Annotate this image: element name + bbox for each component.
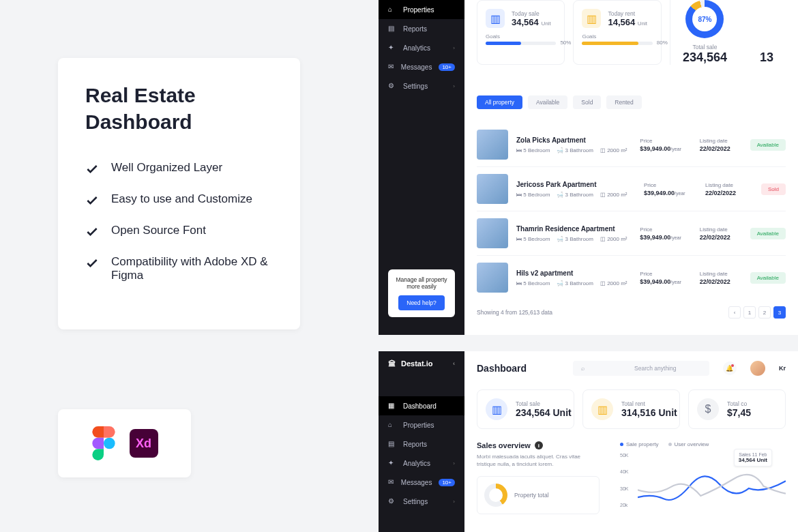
stat-value: 34,564 Unit — [512, 17, 551, 27]
dollar-icon: $ — [697, 398, 719, 420]
page-3[interactable]: 3 — [773, 306, 786, 319]
goals-label: Goals — [582, 33, 652, 40]
nav-messages[interactable]: ✉Messages10+ — [379, 57, 464, 76]
price-col: Price$39,949.00/year — [640, 138, 691, 152]
promo-card: Real Estate Dashboard Well Organized Lay… — [58, 58, 300, 329]
section-desc: Morbi malesuada iaculis aliquet. Cras vi… — [477, 453, 600, 468]
property-row[interactable]: Jericoss Park Apartment 🛏 5 Bedroom 🛁 3 … — [477, 166, 786, 211]
stat-label: Today rent — [608, 10, 647, 17]
check-icon — [85, 162, 99, 176]
property-features: 🛏 5 Bedroom 🛁 3 Bathroom ◫ 2000 m² — [516, 192, 636, 198]
area-icon: ◫ 2000 m² — [600, 192, 627, 198]
price-col: Price$39,949.00/year — [640, 271, 691, 285]
stat-cards: ▥ Total sale234,564 Unit ▥ Total rent314… — [477, 389, 786, 429]
property-row[interactable]: Zola Picks Apartment 🛏 5 Bedroom 🛁 3 Bat… — [477, 123, 786, 166]
donut-chart: 87% — [685, 0, 724, 38]
nav-analytics[interactable]: ✦Analytics› — [379, 454, 464, 473]
today-sale-card: ▥ Today sale 34,564 Unit Goals 50% — [477, 0, 565, 65]
date-col: Listing date22/02/2022 — [700, 271, 742, 285]
nav-settings[interactable]: ⚙Settings› — [379, 76, 464, 95]
gear-icon: ⚙ — [388, 82, 396, 90]
progress-bar: 80% — [582, 42, 652, 45]
stat-label: Today sale — [512, 10, 551, 17]
sidebar: ⌂Properties ▤Reports ✦Analytics› ✉Messag… — [379, 0, 464, 335]
stat-value: 234,564 — [683, 50, 727, 65]
nav-settings[interactable]: ⚙Settings› — [379, 492, 464, 511]
nav-properties[interactable]: ⌂Properties — [379, 415, 464, 434]
dashboard-preview-top: ⌂Properties ▤Reports ✦Analytics› ✉Messag… — [379, 0, 798, 335]
nav-reports[interactable]: ▤Reports — [379, 19, 464, 38]
bed-icon: 🛏 5 Bedroom — [516, 192, 550, 198]
total-sale-card: ▥ Total sale234,564 Unit — [477, 389, 574, 429]
notification-dot — [731, 364, 734, 367]
chevron-left-icon[interactable]: ‹ — [453, 360, 455, 367]
nav-reports[interactable]: ▤Reports — [379, 434, 464, 454]
info-icon[interactable]: i — [535, 441, 543, 449]
grid-icon: ▦ — [388, 402, 396, 410]
area-icon: ◫ 2000 m² — [600, 236, 627, 242]
nav-dashboard[interactable]: ▦Dashboard — [379, 396, 464, 415]
chevron-right-icon: › — [453, 83, 455, 89]
bed-icon: 🛏 5 Bedroom — [516, 147, 550, 153]
check-icon — [85, 256, 99, 270]
chevron-right-icon: › — [453, 460, 455, 467]
status-badge: Available — [750, 272, 786, 284]
filter-rented[interactable]: Rented — [606, 95, 641, 109]
stat-value: 14,564 Unit — [608, 17, 647, 27]
need-help-button[interactable]: Need help? — [398, 295, 444, 310]
legend-user[interactable]: User overview — [668, 441, 709, 447]
notifications-button[interactable]: 🔔 — [723, 361, 737, 375]
mail-icon: ✉ — [388, 63, 394, 71]
home-icon: ⌂ — [388, 5, 396, 14]
building-icon: 🏛 — [388, 359, 396, 368]
search-input[interactable]: ⌕Search anything — [573, 361, 709, 376]
badge: 10+ — [439, 479, 455, 486]
property-total-card: Property total — [477, 476, 600, 514]
feature-item: Easy to use and Customize — [85, 192, 273, 207]
property-thumbnail — [477, 174, 508, 204]
property-features: 🛏 5 Bedroom 🛁 3 Bathroom ◫ 2000 m² — [516, 147, 632, 153]
page-header: Dashboard ⌕Search anything 🔔 Kr — [477, 351, 786, 385]
promo-title: Real Estate Dashboard — [85, 82, 273, 135]
page-1[interactable]: 1 — [743, 306, 756, 319]
filter-all-property[interactable]: All property — [477, 95, 522, 109]
filter-sold[interactable]: Sold — [573, 95, 601, 109]
total-sale-section: 87% Total sale 234,564 — [670, 0, 739, 65]
total-cost-card: $ Total co$7,45 — [688, 389, 786, 429]
page-2[interactable]: 2 — [758, 306, 771, 319]
nav-properties[interactable]: ⌂Properties — [379, 0, 464, 19]
property-row[interactable]: Thamrin Residence Apartment 🛏 5 Bedroom … — [477, 211, 786, 255]
nav-messages[interactable]: ✉Messages10+ — [379, 473, 464, 492]
progress-bar: 50% — [486, 42, 556, 45]
date-col: Listing date22/02/2022 — [700, 226, 742, 241]
area-icon: ◫ 2000 m² — [600, 147, 627, 153]
page-prev[interactable]: ‹ — [728, 306, 741, 319]
file-icon: ▤ — [388, 440, 396, 448]
feature-list: Well Organized Layer Easy to use and Cus… — [85, 161, 273, 282]
user-name: Kr — [779, 365, 786, 372]
building-icon: ▥ — [591, 398, 613, 420]
status-badge: Sold — [761, 183, 786, 195]
logo-card: Xd — [58, 409, 191, 477]
building-icon: ▥ — [582, 9, 601, 28]
feature-item: Well Organized Layer — [85, 161, 273, 176]
xd-icon: Xd — [130, 429, 158, 458]
filter-tabs: All property Available Sold Rented — [477, 95, 786, 109]
property-row[interactable]: Hils v2 apartment 🛏 5 Bedroom 🛁 3 Bathro… — [477, 255, 786, 299]
sidebar: 🏛 Destat.io ‹ ▦Dashboard ⌂Properties ▤Re… — [379, 351, 464, 532]
help-card: Manage all property more easily Need hel… — [388, 269, 455, 317]
stat-value: 13 — [760, 50, 773, 65]
nav-analytics[interactable]: ✦Analytics› — [379, 38, 464, 57]
total-rent-card: ▥ Total rent314,516 Unit — [582, 389, 680, 429]
filter-available[interactable]: Available — [528, 95, 567, 109]
legend-sale[interactable]: Sale property — [620, 441, 659, 447]
avatar[interactable] — [750, 361, 765, 376]
gear-icon: ⚙ — [388, 497, 396, 505]
property-features: 🛏 5 Bedroom 🛁 3 Bathroom ◫ 2000 m² — [516, 280, 632, 286]
brand-logo[interactable]: 🏛 Destat.io ‹ — [379, 351, 464, 376]
sales-overview-section: Sales overviewi Morbi malesuada iaculis … — [477, 441, 786, 514]
chevron-right-icon: › — [453, 499, 455, 505]
property-thumbnail — [477, 263, 508, 293]
feature-item: Compatibility with Adobe XD & Figma — [85, 255, 273, 282]
bath-icon: 🛁 3 Bathroom — [557, 192, 593, 198]
